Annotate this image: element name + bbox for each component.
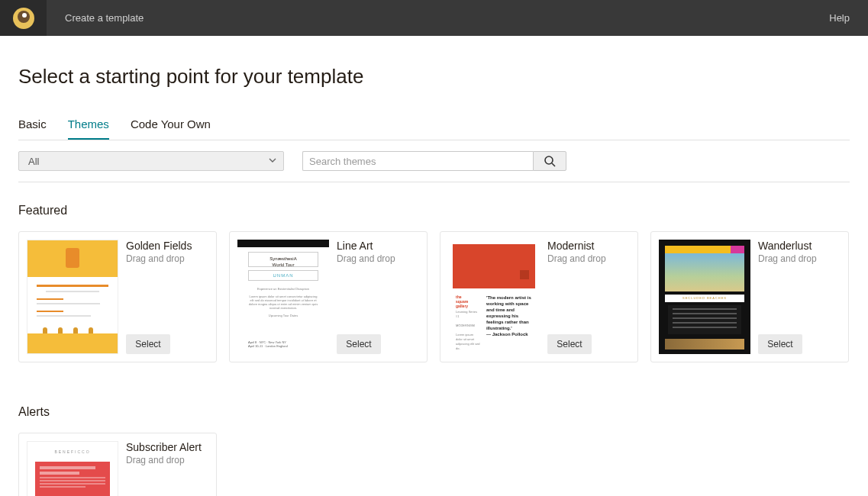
tab-code-your-own[interactable]: Code Your Own (131, 118, 211, 140)
top-bar-left: Create a template (0, 0, 144, 36)
template-title: Modernist (547, 240, 630, 252)
select-button[interactable]: Select (547, 334, 592, 354)
template-subtitle: Drag and drop (758, 253, 841, 264)
template-card-golden-fields: Golden Fields Drag and drop Select (18, 231, 217, 362)
select-button[interactable]: Select (758, 334, 802, 354)
tab-basic[interactable]: Basic (18, 118, 47, 140)
search-group (302, 151, 566, 171)
help-link[interactable]: Help (829, 12, 868, 24)
template-card-wanderlust: SECLUDED BEACHES Wanderlust Drag and dro… (650, 231, 849, 362)
alerts-cards: BENEFICCO Subscriber Alert Drag and drop (18, 433, 850, 496)
template-thumbnail[interactable]: thesquaregalleryLearning Series #1MODERN… (448, 240, 540, 354)
template-title: Line Art (337, 240, 419, 252)
template-card-subscriber-alert: BENEFICCO Subscriber Alert Drag and drop (18, 433, 217, 496)
template-card-line-art: SynæsthesiAWorld Tour UNMΛN Experience a… (229, 231, 428, 362)
search-button[interactable] (533, 151, 566, 171)
page-title: Select a starting point for your templat… (18, 65, 850, 89)
template-thumbnail[interactable]: SynæsthesiAWorld Tour UNMΛN Experience a… (237, 240, 329, 354)
template-title: Subscriber Alert (126, 441, 208, 453)
category-select-value: All (28, 156, 39, 167)
template-title: Golden Fields (126, 240, 208, 252)
template-subtitle: Drag and drop (126, 455, 208, 465)
top-bar: Create a template Help (0, 0, 868, 36)
chevron-down-icon (269, 156, 276, 164)
svg-point-0 (545, 156, 553, 164)
section-title-featured: Featured (18, 204, 850, 217)
search-icon (544, 155, 556, 167)
template-title: Wanderlust (758, 240, 841, 252)
category-select[interactable]: All (18, 151, 284, 171)
template-thumbnail[interactable] (27, 240, 118, 354)
template-thumbnail[interactable]: SECLUDED BEACHES (659, 240, 750, 354)
search-input[interactable] (302, 151, 533, 171)
topbar-title: Create a template (47, 12, 144, 24)
mailchimp-logo-icon (13, 8, 34, 29)
template-thumbnail[interactable]: BENEFICCO (27, 441, 118, 496)
page-content: Select a starting point for your templat… (0, 36, 868, 496)
template-subtitle: Drag and drop (126, 253, 208, 264)
tabs: Basic Themes Code Your Own (18, 118, 850, 140)
template-subtitle: Drag and drop (337, 253, 419, 264)
template-card-modernist: thesquaregalleryLearning Series #1MODERN… (440, 231, 638, 362)
featured-cards: Golden Fields Drag and drop Select Synæs… (18, 231, 850, 362)
filter-row: All (18, 151, 850, 182)
svg-line-1 (552, 163, 555, 166)
tab-themes[interactable]: Themes (68, 118, 109, 140)
logo-button[interactable] (0, 0, 47, 36)
template-subtitle: Drag and drop (547, 253, 630, 264)
section-title-alerts: Alerts (18, 405, 850, 419)
select-button[interactable]: Select (126, 334, 170, 354)
select-button[interactable]: Select (337, 334, 381, 354)
